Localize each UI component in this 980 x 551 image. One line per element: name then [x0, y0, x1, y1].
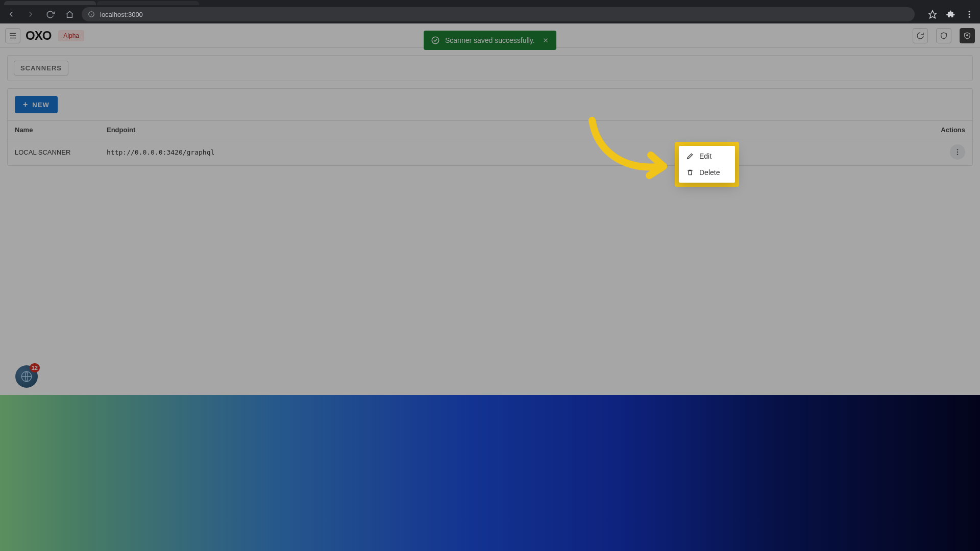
svg-point-5 — [969, 14, 970, 15]
pencil-icon — [686, 152, 694, 160]
svg-point-4 — [969, 11, 970, 12]
menu-item-delete[interactable]: Delete — [679, 164, 735, 181]
tab-strip — [0, 0, 980, 5]
svg-point-6 — [969, 16, 970, 18]
browser-chrome: localhost:3000 — [0, 0, 980, 23]
context-menu-highlight: Edit Delete — [675, 142, 739, 187]
browser-menu-icon[interactable] — [963, 8, 976, 21]
annotation-arrow — [582, 115, 684, 187]
browser-right-icons — [926, 8, 976, 21]
forward-button[interactable] — [23, 7, 38, 21]
trash-icon — [686, 168, 694, 177]
menu-item-edit[interactable]: Edit — [679, 148, 735, 164]
site-info-icon[interactable] — [88, 11, 95, 18]
browser-tab[interactable] — [97, 1, 199, 5]
row-context-menu: Edit Delete — [679, 146, 735, 183]
home-button[interactable] — [62, 7, 77, 21]
address-bar[interactable]: localhost:3000 — [82, 7, 915, 21]
reload-button[interactable] — [43, 7, 57, 21]
modal-overlay[interactable] — [0, 23, 980, 551]
svg-marker-3 — [929, 11, 937, 18]
viewport: OXO Alpha Scanner saved successfully. — [0, 23, 980, 551]
menu-item-edit-label: Edit — [699, 152, 712, 160]
browser-tab[interactable] — [4, 1, 96, 5]
extensions-icon[interactable] — [944, 8, 958, 21]
back-button[interactable] — [4, 7, 18, 21]
bookmark-icon[interactable] — [926, 8, 939, 21]
url-text: localhost:3000 — [100, 11, 143, 18]
menu-item-delete-label: Delete — [699, 168, 720, 177]
browser-toolbar: localhost:3000 — [0, 5, 980, 23]
